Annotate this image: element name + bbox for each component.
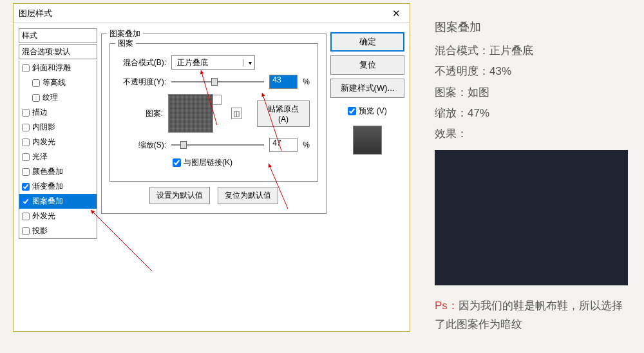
ok-button[interactable]: 确定: [330, 32, 404, 52]
snap-origin-button[interactable]: 贴紧原点(A): [257, 100, 310, 127]
style-checkbox-3[interactable]: [22, 109, 30, 117]
annot-title: 图案叠加: [435, 16, 631, 38]
style-label-1: 等高线: [43, 77, 66, 88]
new-pattern-icon[interactable]: ◫: [231, 108, 242, 119]
style-item-3[interactable]: 描边: [19, 105, 97, 120]
style-checkbox-7[interactable]: [22, 168, 30, 176]
annot-line-scale: 缩放：47%: [435, 103, 631, 124]
opacity-slider[interactable]: [171, 77, 264, 86]
chevron-down-icon: ▾: [243, 59, 254, 66]
preview-checkbox[interactable]: [348, 107, 356, 115]
scale-percent: %: [303, 140, 310, 149]
styles-header[interactable]: 样式: [19, 28, 97, 43]
style-label-10: 外发光: [32, 211, 55, 222]
scale-input[interactable]: 47: [269, 138, 298, 152]
scale-label: 缩放(S):: [118, 140, 166, 151]
ps-text: 因为我们的鞋是帆布鞋，所以选择了此图案作为暗纹: [435, 300, 623, 330]
right-buttons: 确定 复位 新建样式(W)... 预览 (V): [330, 28, 404, 326]
style-item-10[interactable]: 外发光: [19, 209, 97, 224]
style-checkbox-2[interactable]: [32, 94, 40, 102]
blend-mode-value: 正片叠底: [172, 57, 243, 68]
new-style-button[interactable]: 新建样式(W)...: [330, 79, 404, 98]
blend-mode-select[interactable]: 正片叠底 ▾: [171, 55, 255, 70]
style-checkbox-9[interactable]: [22, 198, 30, 205]
style-item-6[interactable]: 光泽: [19, 149, 97, 164]
pattern-swatch[interactable]: [168, 94, 213, 133]
style-checkbox-5[interactable]: [22, 138, 30, 146]
opacity-label: 不透明度(Y):: [118, 77, 166, 88]
blend-options-header[interactable]: 混合选项:默认: [19, 44, 97, 59]
effect-preview-image: [435, 150, 628, 285]
style-label-2: 纹理: [43, 92, 58, 103]
set-default-button[interactable]: 设置为默认值: [149, 187, 210, 204]
dialog-titlebar: 图层样式 ✕: [14, 4, 410, 23]
annotations-panel: 图案叠加 混合模式：正片叠底 不透明度：43% 图案：如图 缩放：47% 效果：…: [422, 0, 644, 347]
style-checkbox-10[interactable]: [22, 213, 30, 220]
styles-list: 斜面和浮雕等高线纹理描边内阴影内发光光泽颜色叠加渐变叠加图案叠加外发光投影: [19, 61, 97, 239]
style-item-8[interactable]: 渐变叠加: [19, 179, 97, 194]
style-label-7: 颜色叠加: [32, 166, 63, 177]
style-checkbox-6[interactable]: [22, 153, 30, 161]
preview-label: 预览 (V): [359, 106, 386, 117]
style-label-3: 描边: [32, 107, 48, 118]
style-item-9[interactable]: 图案叠加: [19, 194, 97, 209]
style-item-11[interactable]: 投影: [19, 224, 97, 238]
style-label-11: 投影: [32, 225, 48, 236]
style-item-2[interactable]: 纹理: [19, 90, 97, 105]
style-label-5: 内发光: [32, 137, 55, 148]
preview-swatch: [353, 126, 382, 155]
annot-line-blend: 混合模式：正片叠底: [435, 41, 631, 61]
style-checkbox-11[interactable]: [22, 227, 30, 235]
pattern-label: 图案:: [118, 108, 163, 119]
pattern-inner-group: 图案 混合模式(B): 正片叠底 ▾ 不透明度(Y):: [109, 43, 318, 182]
ps-label: Ps：: [435, 300, 459, 312]
style-item-1[interactable]: 等高线: [19, 75, 97, 90]
close-icon[interactable]: ✕: [388, 5, 404, 23]
opacity-input[interactable]: 43: [269, 75, 298, 89]
style-checkbox-1[interactable]: [32, 79, 40, 87]
annot-line-opacity: 不透明度：43%: [435, 61, 631, 82]
reset-default-button[interactable]: 复位为默认值: [218, 187, 278, 204]
blend-mode-label: 混合模式(B):: [118, 57, 166, 68]
annot-line-effect: 效果：: [435, 124, 631, 144]
style-item-7[interactable]: 颜色叠加: [19, 164, 97, 179]
layer-style-dialog: 图层样式 ✕ 样式 混合选项:默认 斜面和浮雕等高线纹理描边内阴影内发光光泽颜色…: [13, 3, 410, 332]
pattern-overlay-group: 图案叠加 图案 混合模式(B): 正片叠底 ▾ 不透明度(Y):: [101, 33, 327, 214]
ps-note: Ps：因为我们的鞋是帆布鞋，所以选择了此图案作为暗纹: [435, 297, 631, 334]
scale-slider[interactable]: [171, 140, 264, 149]
style-label-0: 斜面和浮雕: [32, 62, 71, 73]
group-label-pattern: 图案: [115, 38, 136, 49]
style-label-9: 图案叠加: [32, 196, 63, 207]
style-label-4: 内阴影: [32, 122, 55, 133]
link-with-layer-checkbox[interactable]: [173, 158, 181, 167]
styles-panel: 样式 混合选项:默认 斜面和浮雕等高线纹理描边内阴影内发光光泽颜色叠加渐变叠加图…: [19, 28, 97, 326]
dialog-title: 图层样式: [19, 5, 52, 23]
style-checkbox-0[interactable]: [22, 64, 30, 72]
style-checkbox-8[interactable]: [22, 183, 30, 191]
link-with-layer-label: 与图层链接(K): [184, 157, 232, 168]
style-checkbox-4[interactable]: [22, 124, 30, 131]
annot-line-pattern: 图案：如图: [435, 82, 631, 103]
center-panel: 图案叠加 图案 混合模式(B): 正片叠底 ▾ 不透明度(Y):: [101, 28, 327, 326]
style-label-6: 光泽: [32, 151, 48, 162]
style-item-4[interactable]: 内阴影: [19, 120, 97, 135]
style-item-0[interactable]: 斜面和浮雕: [19, 61, 97, 75]
reset-button[interactable]: 复位: [330, 55, 404, 75]
style-item-5[interactable]: 内发光: [19, 135, 97, 149]
opacity-percent: %: [303, 77, 310, 86]
style-label-8: 渐变叠加: [32, 181, 63, 192]
